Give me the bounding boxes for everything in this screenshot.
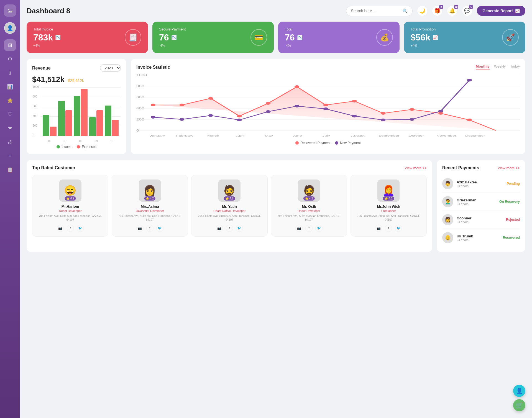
revenue-card: Revenue 2023 2022 2021 $41,512k $25,612k… <box>27 59 126 154</box>
customer-card: 🧔 ⭐ 4.2 Mr. Osib React Developer 795 Fol… <box>271 175 347 237</box>
customer-address: 795 Folsom Ave, Suite 600 San Francisco,… <box>36 214 105 222</box>
tab-monthly[interactable]: Monthly <box>476 64 490 70</box>
twitter-icon[interactable]: 🐦 <box>156 225 163 232</box>
facebook-icon[interactable]: f <box>226 225 233 232</box>
customer-card: 👩‍🦰 ⭐ 4.2 Mr.John Wick Freelancer 795 Fo… <box>351 175 427 237</box>
svg-point-33 <box>381 119 385 121</box>
tab-weekly[interactable]: Weekly <box>494 64 506 70</box>
svg-point-28 <box>237 119 242 121</box>
payment-name: Uli Trumb <box>457 234 500 238</box>
notifications-icon-btn[interactable]: 🔔 12 <box>447 6 457 16</box>
svg-text:January: January <box>150 134 165 137</box>
sidebar-item-likes[interactable]: ❤ <box>4 122 16 134</box>
facebook-icon[interactable]: f <box>385 225 392 232</box>
total-label: Total <box>285 27 303 31</box>
payment-item: 👨‍🦱 Griezerman 24 Years On Recovery <box>442 193 520 211</box>
customer-rating: ⭐ 4.2 <box>303 196 315 201</box>
twitter-icon[interactable]: 🐦 <box>236 225 243 232</box>
instagram-icon[interactable]: 📷 <box>295 225 303 232</box>
notifications-badge: 12 <box>454 5 458 9</box>
invoice-legend: Recovered Payment New Payment <box>136 141 520 145</box>
customer-address: 795 Folsom Ave, Suite 600 San Francisco,… <box>354 214 423 222</box>
search-icon[interactable]: 🔍 <box>402 8 408 14</box>
svg-point-29 <box>266 110 270 113</box>
sidebar-item-favorites[interactable]: ♡ <box>4 109 16 120</box>
instagram-icon[interactable]: 📷 <box>57 225 64 232</box>
revenue-legend: Income Expenses <box>32 145 121 149</box>
instagram-icon[interactable]: 📷 <box>375 225 382 232</box>
user-avatar[interactable]: 👤 <box>4 22 16 34</box>
svg-text:0: 0 <box>136 129 139 132</box>
revenue-title: Revenue <box>32 66 51 71</box>
customer-avatar: 👩‍🦰 ⭐ 4.2 <box>377 179 400 202</box>
facebook-icon[interactable]: f <box>146 225 154 232</box>
svg-point-22 <box>410 108 414 111</box>
instagram-icon[interactable]: 📷 <box>136 225 144 232</box>
twitter-icon[interactable]: 🐦 <box>395 225 402 232</box>
payments-view-more[interactable]: View more >> <box>498 166 520 170</box>
search-input[interactable] <box>351 9 400 13</box>
gift-icon-btn[interactable]: 🎁 2 <box>432 6 443 16</box>
invoice-title: Invoice Statistic <box>136 65 170 70</box>
expenses-legend: Expenses <box>77 145 96 149</box>
svg-text:200: 200 <box>136 118 144 121</box>
customer-address: 795 Folsom Ave, Suite 600 San Francisco,… <box>195 214 264 222</box>
payment-name: Oconner <box>457 216 503 220</box>
sidebar-logo[interactable]: 🗂 <box>4 4 16 17</box>
sidebar-item-docs[interactable]: 📋 <box>4 164 16 176</box>
year-select[interactable]: 2023 2022 2021 <box>100 64 121 72</box>
svg-text:June: June <box>293 134 302 137</box>
payment-item: 👴 Uli Trumb 24 Years Recovered <box>442 229 520 247</box>
cart-fab[interactable]: 🛒 <box>513 399 525 411</box>
svg-point-18 <box>295 85 299 88</box>
svg-point-26 <box>180 118 184 121</box>
total-trend: -4% <box>285 44 303 48</box>
customer-role: React Native Developer <box>213 209 245 212</box>
twitter-icon[interactable]: 🐦 <box>77 225 84 232</box>
sidebar-item-print[interactable]: 🖨 <box>4 136 16 148</box>
payment-status: On Recovery <box>499 200 520 204</box>
customers-view-more[interactable]: View more >> <box>405 166 427 170</box>
svg-text:February: February <box>176 134 194 137</box>
sidebar-item-info[interactable]: ℹ <box>4 67 16 79</box>
customer-avatar: 🧔 ⭐ 4.2 <box>298 179 320 202</box>
new-payment-legend: New Payment <box>335 141 361 145</box>
svg-point-24 <box>467 119 472 121</box>
sidebar-item-starred[interactable]: ⭐ <box>4 95 16 106</box>
facebook-icon[interactable]: f <box>67 225 74 232</box>
svg-point-32 <box>352 115 357 117</box>
payments-list: 👨 Aziz Bakree 24 Years Pending 👨‍🦱 Griez… <box>442 175 520 247</box>
svg-point-34 <box>410 118 414 121</box>
payment-name: Aziz Bakree <box>457 180 503 184</box>
svg-text:400: 400 <box>136 107 144 110</box>
bar-label: 08 <box>74 140 88 143</box>
sidebar-item-dashboard[interactable]: ⊞ <box>4 39 16 51</box>
tab-today[interactable]: Today <box>510 64 520 70</box>
total-icon: 💰 <box>376 29 393 46</box>
payment-name: Griezerman <box>457 198 496 202</box>
sidebar-item-analytics[interactable]: 📊 <box>4 81 16 93</box>
expense-bar <box>50 127 57 136</box>
customer-card: 👩 ⭐ 4.2 Mrs.Asima Javascript Developer 7… <box>112 175 188 237</box>
secure-payment-label: Secure Payment <box>159 27 186 31</box>
total-invoice-trend: +4% <box>33 44 61 48</box>
facebook-icon[interactable]: f <box>305 225 313 232</box>
twitter-icon[interactable]: 🐦 <box>315 225 323 232</box>
invoice-tabs: Monthly Weekly Today <box>476 64 520 70</box>
customer-address: 795 Folsom Ave, Suite 600 San Francisco,… <box>115 214 184 222</box>
total-invoice-icon: 🧾 <box>125 29 141 46</box>
customer-cards: 😄 ⭐ 4.2 Mr.Hariom React Developer 795 Fo… <box>32 175 427 237</box>
generate-report-button[interactable]: Generate Report 📈 <box>477 6 525 16</box>
payment-item: 👩 Oconner 24 Years Rejected <box>442 211 520 229</box>
income-legend: Income <box>57 145 72 149</box>
instagram-icon[interactable]: 📷 <box>216 225 223 232</box>
dark-mode-toggle[interactable]: 🌙 <box>417 6 428 16</box>
customer-rating: ⭐ 4.2 <box>65 196 76 201</box>
sidebar-item-menu[interactable]: ≡ <box>4 150 16 162</box>
support-fab[interactable]: 👤 <box>513 385 525 397</box>
stat-card-total: Total 76 📉 -4% 💰 <box>278 22 400 53</box>
messages-icon-btn[interactable]: 💬 5 <box>462 6 472 16</box>
bar-group <box>58 101 72 136</box>
stat-card-total-invoice: Total invoice 783k 📉 +4% 🧾 <box>27 22 148 53</box>
sidebar-item-settings[interactable]: ⚙ <box>4 53 16 65</box>
